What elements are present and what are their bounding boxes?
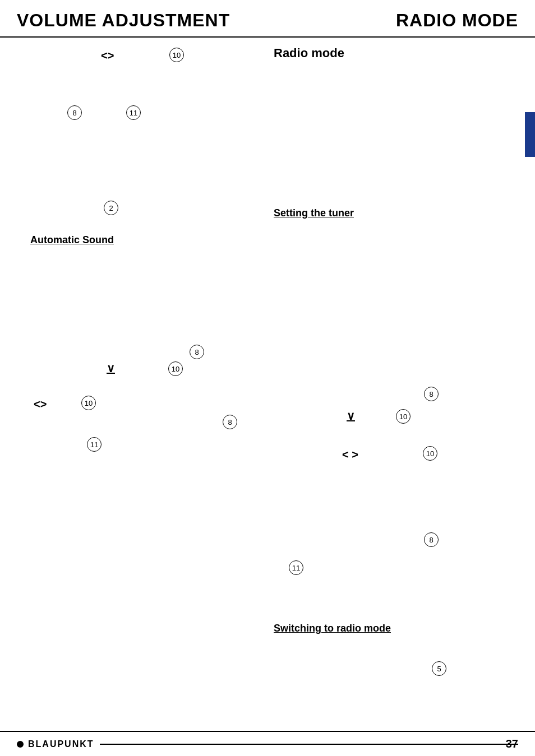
page: VOLUME ADJUSTMENT RADIO MODE Radio mode … (0, 0, 535, 756)
logo-dot (17, 741, 24, 748)
circle-8-right-top: 8 (424, 387, 439, 401)
setting-tuner-heading: Setting the tuner (274, 207, 354, 219)
circle-10-mid-left2: 10 (81, 396, 96, 410)
circle-8-mid-center: 8 (190, 345, 204, 359)
header-left-title: VOLUME ADJUSTMENT (17, 10, 230, 31)
nav-arrows-right: < > (342, 448, 358, 461)
circle-5-bottom: 5 (432, 661, 446, 676)
header: VOLUME ADJUSTMENT RADIO MODE (0, 0, 535, 38)
circle-8-right-lower: 8 (424, 532, 439, 547)
footer-logo: BLAUPUNKT (17, 739, 94, 749)
circle-11-mid-left: 11 (87, 437, 102, 452)
automatic-sound-heading: Automatic Sound (30, 234, 114, 246)
nav-arrows-top: <> (101, 49, 114, 62)
circle-10-right1: 10 (396, 409, 411, 424)
circle-11-top-left: 11 (126, 105, 141, 120)
page-number: 37 (506, 738, 518, 750)
circle-10-mid-left: 10 (168, 361, 183, 376)
circle-8-mid-lower-left: 8 (223, 415, 237, 429)
circle-2: 2 (104, 201, 118, 215)
nav-arrows-mid-left: <> (34, 398, 47, 411)
switching-to-radio-mode-heading: Switching to radio mode (274, 623, 391, 634)
header-right-title: RADIO MODE (396, 10, 518, 31)
blue-tab (525, 112, 535, 157)
circle-10-right2: 10 (423, 446, 437, 461)
radio-mode-heading: Radio mode (274, 46, 344, 61)
logo-text: BLAUPUNKT (28, 739, 94, 749)
circle-10-top: 10 (169, 48, 184, 62)
arrow-v-left: ∨ (107, 361, 115, 375)
footer: BLAUPUNKT 37 (0, 731, 535, 756)
arrow-v-right: ∨ (347, 409, 355, 423)
footer-line (100, 744, 518, 745)
circle-8-top-left: 8 (67, 105, 82, 120)
circle-11-lower: 11 (289, 560, 303, 575)
